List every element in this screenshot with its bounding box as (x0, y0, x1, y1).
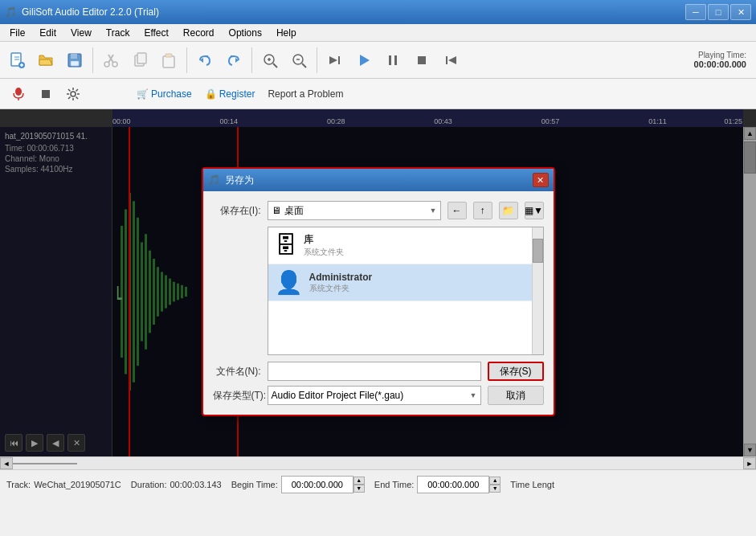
titlebar-left: 🎵 GiliSoft Audio Editor 2.2.0 (Trial) (5, 6, 159, 18)
filetype-combo-value: Audio Editor Project File(*.gau) (272, 390, 404, 401)
dialog-title-icon: 🎵 (208, 174, 220, 186)
svg-line-23 (302, 63, 306, 68)
ruler-mark-1: 00:14 (219, 117, 238, 125)
zoomout-button[interactable] (285, 47, 313, 74)
hscroll-right[interactable]: ► (743, 457, 756, 469)
svg-point-32 (15, 88, 22, 96)
svg-marker-24 (329, 56, 337, 64)
sep3 (251, 47, 252, 73)
skip-end-button[interactable] (437, 47, 464, 74)
menu-file[interactable]: File (3, 25, 31, 41)
close-button[interactable]: ✕ (730, 4, 751, 20)
dlg-scrollbar (532, 227, 543, 354)
cart-icon: 🛒 (137, 88, 149, 100)
begin-time-input[interactable] (281, 476, 353, 493)
dialog-close-button[interactable]: ✕ (533, 173, 549, 187)
filetype-combo-arrow-icon: ▼ (470, 391, 477, 399)
ruler-mark-6: 01:25 (724, 117, 742, 125)
maximize-button[interactable]: □ (708, 4, 729, 20)
titlebar: 🎵 GiliSoft Audio Editor 2.2.0 (Trial) ─ … (0, 0, 756, 24)
filetype-combo[interactable]: Audio Editor Project File(*.gau) ▼ (268, 386, 481, 405)
stop-button[interactable] (408, 47, 435, 74)
hscroll-track (13, 463, 743, 464)
dlg-back-button[interactable]: ← (447, 202, 467, 219)
dialog-titlebar-left: 🎵 另存为 (208, 174, 254, 187)
begin-time-up[interactable]: ▲ (353, 477, 365, 485)
svg-rect-29 (418, 56, 426, 64)
minimize-button[interactable]: ─ (685, 4, 706, 20)
hscroll-thumb[interactable] (13, 463, 77, 464)
menu-track[interactable]: Track (100, 25, 137, 41)
menu-record[interactable]: Record (177, 25, 221, 41)
timeline-ruler: 00:00 00:14 00:28 00:43 00:57 01:11 01:2… (112, 109, 743, 127)
new-button[interactable] (3, 47, 31, 74)
svg-point-35 (71, 92, 76, 96)
time-length-field: Time Lengt (510, 480, 554, 489)
purchase-link[interactable]: 🛒 Purchase (137, 88, 192, 100)
undo-button[interactable] (191, 47, 219, 74)
copy-button[interactable] (126, 47, 153, 74)
report-link[interactable]: Report a Problem (268, 88, 343, 100)
end-time-up[interactable]: ▲ (489, 477, 501, 485)
playing-time-value: 00:00:00.000 (694, 59, 746, 69)
file-item-library[interactable]: 🗄 库 系统文件夹 (268, 227, 543, 264)
register-link[interactable]: 🔒 Register (205, 88, 255, 100)
menu-view[interactable]: View (64, 25, 98, 41)
library-icon: 🗄 (275, 232, 297, 259)
svg-rect-13 (163, 56, 174, 68)
hscroll-left[interactable]: ◄ (0, 457, 13, 469)
file-item-administrator[interactable]: 👤 Administrator 系统文件夹 (268, 264, 543, 301)
open-button[interactable] (32, 47, 59, 74)
end-time-label: End Time: (374, 480, 415, 489)
cut-button[interactable] (97, 47, 125, 74)
stop-record-button[interactable] (34, 83, 58, 105)
ruler: 00:00 00:14 00:28 00:43 00:57 01:11 01:2… (112, 109, 743, 127)
svg-rect-7 (71, 54, 77, 59)
svg-rect-27 (389, 55, 391, 65)
dialog-body: 保存在(I): 🖥 桌面 ▼ ← ↑ 📁 ▦▼ (203, 191, 554, 415)
dlg-newfolder-button[interactable]: 📁 (499, 202, 518, 219)
zoomin-button[interactable] (256, 47, 284, 74)
sep1 (92, 47, 93, 73)
cancel-button[interactable]: 取消 (488, 386, 544, 405)
pause-button[interactable] (379, 47, 407, 74)
redo-button[interactable] (220, 47, 247, 74)
filetype-row: 保存类型(T): Audio Editor Project File(*.gau… (213, 386, 544, 405)
dlg-view-button[interactable]: ▦▼ (525, 202, 544, 219)
ruler-mark-4: 00:57 (541, 117, 560, 125)
location-combo[interactable]: 🖥 桌面 ▼ (268, 201, 441, 220)
save-button[interactable] (61, 47, 88, 74)
dlg-scroll-thumb[interactable] (533, 239, 543, 263)
end-time-down[interactable]: ▼ (489, 485, 501, 493)
location-row: 保存在(I): 🖥 桌面 ▼ ← ↑ 📁 ▦▼ (213, 201, 544, 220)
svg-line-20 (273, 63, 277, 68)
dlg-up-button[interactable]: ↑ (473, 202, 492, 219)
record-mic-button[interactable] (6, 83, 31, 105)
svg-point-10 (112, 62, 117, 67)
report-label: Report a Problem (268, 88, 343, 100)
menu-effect[interactable]: Effect (137, 25, 174, 41)
begin-time-down[interactable]: ▼ (353, 485, 365, 493)
filename-input[interactable] (268, 362, 481, 381)
skip-start-button[interactable] (321, 47, 349, 74)
location-combo-value: 桌面 (281, 204, 430, 218)
paste-button[interactable] (155, 47, 182, 74)
filelist[interactable]: 🗄 库 系统文件夹 👤 Administrator (268, 227, 544, 355)
menu-options[interactable]: Options (223, 25, 268, 41)
time-length-label: Time Lengt (510, 480, 554, 489)
settings-button[interactable] (61, 83, 85, 105)
playing-time-label: Playing Time: (694, 51, 746, 59)
combo-arrow-icon: ▼ (430, 207, 437, 215)
playing-time-panel: Playing Time: 00:00:00.000 (694, 51, 746, 69)
sep2 (186, 47, 187, 73)
play-button[interactable] (350, 47, 378, 74)
duration-value: 00:00:03.143 (170, 480, 221, 489)
menu-edit[interactable]: Edit (33, 25, 63, 41)
end-time-input[interactable] (417, 476, 489, 493)
dialog-overlay: 🎵 另存为 ✕ 保存在(I): 🖥 桌面 ▼ ← ↑ (0, 127, 756, 456)
save-button[interactable]: 保存(S) (488, 362, 544, 381)
toolbar2: 🛒 Purchase 🔒 Register Report a Problem (0, 79, 756, 109)
svg-marker-30 (448, 56, 456, 64)
menu-help[interactable]: Help (270, 25, 303, 41)
library-name: 库 (304, 233, 344, 247)
